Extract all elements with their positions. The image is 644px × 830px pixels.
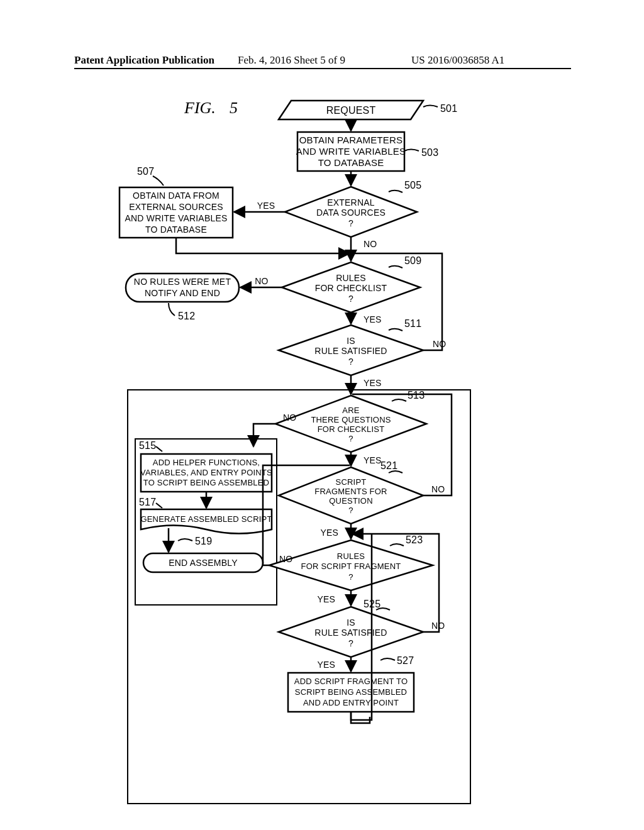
svg-text:511: 511 — [404, 318, 421, 329]
svg-text:517: 517 — [139, 497, 156, 507]
svg-text:OBTAIN DATA FROM: OBTAIN DATA FROM — [133, 191, 219, 201]
node-script-fragments-for-question: SCRIPT FRAGMENTS FOR QUESTION ? — [279, 467, 423, 524]
svg-text:ADD SCRIPT FRAGMENT TO: ADD SCRIPT FRAGMENT TO — [294, 677, 408, 686]
svg-text:513: 513 — [408, 390, 425, 401]
svg-text:YES: YES — [364, 314, 382, 324]
svg-text:505: 505 — [404, 180, 421, 191]
svg-text:FOR CHECKLIST: FOR CHECKLIST — [315, 283, 387, 293]
svg-text:ADD HELPER FUNCTIONS,: ADD HELPER FUNCTIONS, — [153, 458, 260, 467]
svg-text:NOTIFY AND END: NOTIFY AND END — [145, 288, 220, 298]
figure-label: FIG. — [184, 99, 216, 117]
svg-text:OBTAIN PARAMETERS: OBTAIN PARAMETERS — [299, 135, 403, 145]
svg-text:YES: YES — [320, 528, 338, 538]
node-no-rules-met-terminal: NO RULES WERE MET NOTIFY AND END — [126, 274, 239, 302]
svg-text:NO: NO — [283, 412, 296, 423]
svg-text:512: 512 — [178, 311, 195, 321]
figure-number: 5 — [230, 99, 238, 117]
svg-text:?: ? — [348, 434, 353, 443]
svg-text:RULE SATISFIED: RULE SATISFIED — [314, 346, 387, 356]
svg-text:TO DATABASE: TO DATABASE — [318, 157, 384, 168]
svg-text:NO: NO — [433, 339, 446, 349]
svg-text:SCRIPT: SCRIPT — [336, 477, 367, 487]
svg-text:RULE SATISFIED: RULE SATISFIED — [314, 628, 387, 638]
svg-text:NO: NO — [431, 621, 445, 631]
svg-text:?: ? — [348, 357, 353, 367]
svg-text:YES: YES — [364, 378, 382, 388]
header-rule — [74, 68, 571, 69]
svg-text:RULES: RULES — [336, 273, 366, 283]
svg-text:NO: NO — [255, 276, 268, 286]
svg-text:IS: IS — [347, 617, 355, 628]
svg-text:THERE QUESTIONS: THERE QUESTIONS — [311, 415, 391, 424]
svg-text:AND ADD ENTRY POINT: AND ADD ENTRY POINT — [303, 698, 399, 707]
svg-text:?: ? — [348, 218, 353, 228]
node-add-script-fragment: ADD SCRIPT FRAGMENT TO SCRIPT BEING ASSE… — [288, 673, 414, 712]
patent-page: Patent Application Publication Feb. 4, 2… — [0, 0, 644, 830]
svg-text:?: ? — [348, 572, 353, 582]
svg-text:REQUEST: REQUEST — [326, 105, 376, 116]
node-are-there-questions: ARE THERE QUESTIONS FOR CHECKLIST ? — [275, 396, 426, 452]
svg-text:?: ? — [348, 638, 353, 648]
svg-text:AND WRITE VARIABLES: AND WRITE VARIABLES — [125, 213, 227, 223]
node-rules-for-script-fragment: RULES FOR SCRIPT FRAGMENT ? — [269, 540, 433, 590]
node-end-assembly: END ASSEMBLY — [143, 553, 263, 572]
svg-text:ARE: ARE — [342, 406, 359, 415]
svg-text:END ASSEMBLY: END ASSEMBLY — [169, 558, 238, 568]
node-obtain-external-data: OBTAIN DATA FROM EXTERNAL SOURCES AND WR… — [119, 187, 233, 238]
svg-text:521: 521 — [380, 460, 397, 471]
svg-text:TO SCRIPT BEING ASSEMBLED: TO SCRIPT BEING ASSEMBLED — [143, 478, 269, 487]
node-add-helper-functions: ADD HELPER FUNCTIONS, VARIABLES, AND ENT… — [140, 454, 272, 492]
node-request: REQUEST — [279, 101, 423, 119]
svg-text:YES: YES — [317, 660, 335, 670]
node-is-rule-satisfied-1: IS RULE SATISFIED ? — [279, 325, 423, 375]
svg-text:AND WRITE VARIABLES: AND WRITE VARIABLES — [296, 146, 406, 157]
svg-text:FRAGMENTS FOR: FRAGMENTS FOR — [314, 487, 387, 496]
node-generate-assembled-script: GENERATE ASSEMBLED SCRIPT — [140, 509, 272, 534]
svg-text:SCRIPT BEING ASSEMBLED: SCRIPT BEING ASSEMBLED — [295, 687, 407, 697]
svg-text:NO: NO — [279, 554, 292, 564]
node-obtain-parameters: OBTAIN PARAMETERS AND WRITE VARIABLES TO… — [296, 132, 406, 171]
svg-text:519: 519 — [195, 536, 212, 546]
header-left: Patent Application Publication — [74, 54, 214, 67]
node-external-sources-decision: EXTERNAL DATA SOURCES ? — [285, 187, 417, 237]
svg-text:EXTERNAL SOURCES: EXTERNAL SOURCES — [129, 202, 223, 212]
svg-text:EXTERNAL: EXTERNAL — [327, 197, 375, 208]
svg-text:507: 507 — [137, 166, 154, 177]
svg-text:QUESTION: QUESTION — [329, 496, 373, 506]
svg-text:509: 509 — [404, 255, 421, 266]
svg-text:YES: YES — [317, 594, 335, 604]
svg-text:515: 515 — [139, 440, 156, 451]
svg-text:NO: NO — [431, 484, 445, 494]
svg-text:RULES: RULES — [337, 551, 365, 561]
svg-text:527: 527 — [397, 655, 414, 666]
header-center: Feb. 4, 2016 Sheet 5 of 9 — [238, 54, 345, 67]
svg-text:IS: IS — [347, 336, 355, 346]
svg-text:VARIABLES, AND ENTRY POINTS: VARIABLES, AND ENTRY POINTS — [140, 468, 272, 477]
svg-text:FOR SCRIPT FRAGMENT: FOR SCRIPT FRAGMENT — [301, 562, 401, 571]
svg-text:NO RULES WERE MET: NO RULES WERE MET — [134, 277, 231, 287]
svg-text:?: ? — [348, 294, 353, 304]
flowchart-svg: FIG. 5 REQUEST 501 OBTAIN PARAMETERS AND… — [74, 88, 571, 811]
svg-text:GENERATE ASSEMBLED SCRIPT: GENERATE ASSEMBLED SCRIPT — [140, 514, 272, 524]
node-is-rule-satisfied-2: IS RULE SATISFIED ? — [279, 607, 423, 657]
svg-rect-46 — [128, 390, 470, 804]
svg-text:?: ? — [348, 506, 353, 515]
svg-text:NO: NO — [364, 239, 377, 249]
svg-text:TO DATABASE: TO DATABASE — [145, 224, 207, 235]
header-right: US 2016/0036858 A1 — [411, 54, 504, 67]
svg-text:FOR CHECKLIST: FOR CHECKLIST — [318, 424, 385, 434]
svg-text:523: 523 — [406, 534, 423, 545]
svg-text:YES: YES — [257, 201, 275, 211]
svg-text:501: 501 — [440, 103, 457, 114]
node-rules-for-checklist: RULES FOR CHECKLIST ? — [282, 262, 420, 313]
svg-text:YES: YES — [364, 455, 382, 465]
svg-text:DATA SOURCES: DATA SOURCES — [316, 208, 386, 218]
svg-text:503: 503 — [421, 147, 438, 158]
